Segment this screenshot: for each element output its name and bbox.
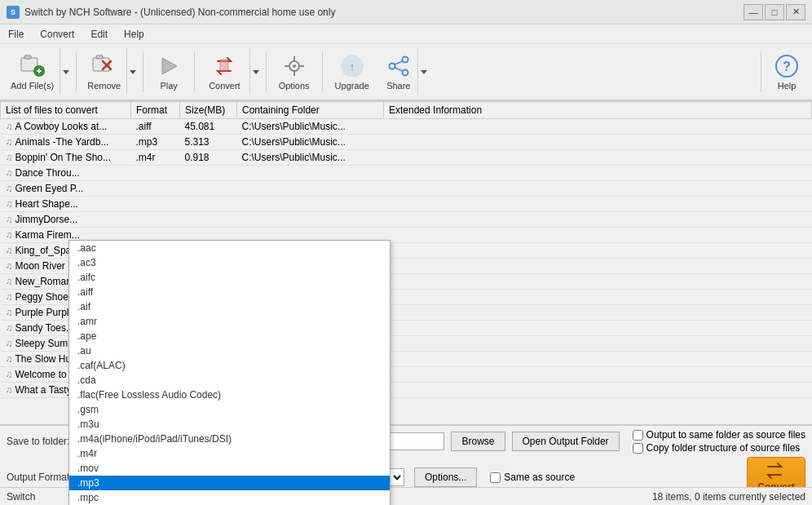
dropdown-item[interactable]: .au bbox=[69, 343, 390, 358]
dropdown-item[interactable]: .m4r bbox=[69, 446, 390, 461]
svg-text:?: ? bbox=[783, 60, 791, 73]
svg-rect-6 bbox=[96, 55, 103, 59]
file-ext-cell bbox=[384, 181, 812, 197]
help-button[interactable]: ? Help bbox=[766, 48, 807, 95]
dropdown-item[interactable]: .m3u bbox=[69, 417, 390, 432]
remove-arrow bbox=[130, 70, 136, 74]
menu-file[interactable]: File bbox=[0, 27, 32, 42]
maximize-button[interactable]: □ bbox=[765, 4, 784, 20]
remove-dropdown[interactable] bbox=[126, 48, 138, 95]
svg-point-20 bbox=[389, 64, 395, 69]
app-name: Switch bbox=[7, 491, 35, 503]
dropdown-item[interactable]: .mov bbox=[69, 461, 390, 476]
same-as-source-checkbox[interactable] bbox=[490, 472, 501, 483]
browse-button[interactable]: Browse bbox=[451, 432, 505, 451]
add-files-button-group: Add File(s) bbox=[5, 48, 71, 95]
file-name-cell: ♫Heart Shape... bbox=[1, 197, 131, 212]
file-ext-cell bbox=[384, 290, 812, 305]
svg-rect-1 bbox=[24, 55, 31, 59]
dropdown-item[interactable]: .aif bbox=[69, 299, 390, 314]
dropdown-item[interactable]: .ape bbox=[69, 329, 390, 343]
file-name-cell: ♫Boppin' On The Sho... bbox=[1, 150, 131, 166]
file-ext-cell bbox=[384, 336, 812, 352]
dropdown-item[interactable]: .mpc bbox=[69, 490, 390, 505]
table-row[interactable]: ♫JimmyDorse... bbox=[1, 212, 812, 228]
dropdown-item[interactable]: .flac(Free Lossless Audio Codec) bbox=[69, 388, 390, 402]
table-row[interactable]: ♫Animals -The Yardb....mp35.313C:\Users\… bbox=[1, 135, 812, 150]
add-files-dropdown[interactable] bbox=[60, 48, 71, 95]
file-folder-cell bbox=[237, 197, 384, 212]
table-row[interactable]: ♫Boppin' On The Sho....m4r0.918C:\Users\… bbox=[1, 150, 812, 166]
options-button[interactable]: Options bbox=[271, 48, 317, 95]
file-ext-cell bbox=[384, 228, 812, 243]
file-format-cell bbox=[131, 197, 180, 212]
svg-point-21 bbox=[402, 70, 408, 76]
file-size-cell bbox=[180, 212, 237, 228]
col-header-ext: Extended Information bbox=[384, 102, 812, 119]
dropdown-item[interactable]: .caf(ALAC) bbox=[69, 358, 390, 373]
file-ext-cell bbox=[384, 166, 812, 181]
dropdown-item[interactable]: .amr bbox=[69, 314, 390, 329]
dropdown-item[interactable]: .ac3 bbox=[69, 255, 390, 270]
menu-help[interactable]: Help bbox=[116, 27, 152, 42]
sep-3 bbox=[194, 51, 195, 92]
copy-folder-structure-checkbox[interactable] bbox=[633, 443, 643, 454]
convert-toolbar-button[interactable]: Convert bbox=[200, 48, 249, 95]
remove-button[interactable]: Remove bbox=[82, 48, 126, 95]
copy-folder-structure-label: Copy folder structure of source files bbox=[647, 442, 801, 454]
col-header-folder: Containing Folder bbox=[237, 102, 384, 119]
menu-bar: File Convert Edit Help bbox=[0, 24, 812, 44]
dropdown-item[interactable]: .mp3 bbox=[69, 476, 390, 490]
minimize-button[interactable]: — bbox=[744, 4, 763, 20]
dropdown-item[interactable]: .aiff bbox=[69, 285, 390, 299]
upgrade-button[interactable]: ↑ Upgrade bbox=[328, 48, 377, 95]
play-icon bbox=[156, 53, 182, 79]
share-button[interactable]: Share bbox=[380, 48, 417, 95]
col-header-format: Format bbox=[131, 102, 180, 119]
sep-2 bbox=[143, 51, 143, 92]
close-button[interactable]: ✕ bbox=[786, 4, 805, 20]
sep-6 bbox=[761, 51, 761, 92]
add-files-button[interactable]: Add File(s) bbox=[5, 48, 60, 95]
file-name-cell: ♫JimmyDorse... bbox=[1, 212, 131, 228]
output-same-folder-checkbox[interactable] bbox=[633, 430, 643, 441]
file-ext-cell bbox=[384, 197, 812, 212]
table-row[interactable]: ♫Green Eyed P... bbox=[1, 181, 812, 197]
dropdown-item[interactable]: .aifc bbox=[69, 270, 390, 285]
add-files-arrow bbox=[63, 70, 69, 74]
menu-edit[interactable]: Edit bbox=[82, 27, 116, 42]
convert-toolbar-label: Convert bbox=[209, 81, 241, 91]
file-ext-cell bbox=[384, 367, 812, 383]
file-ext-cell bbox=[384, 352, 812, 367]
dropdown-item[interactable]: .cda bbox=[69, 373, 390, 388]
format-dropdown: .aac.ac3.aifc.aiff.aif.amr.ape.au.caf(AL… bbox=[68, 240, 391, 505]
play-button[interactable]: Play bbox=[148, 48, 189, 95]
app-icon: S bbox=[7, 6, 20, 19]
file-folder-cell: C:\Users\Public\Music... bbox=[237, 135, 384, 150]
file-ext-cell bbox=[384, 305, 812, 321]
share-icon bbox=[386, 53, 412, 79]
file-folder-cell: C:\Users\Public\Music... bbox=[237, 150, 384, 166]
dropdown-item[interactable]: .m4a(iPhone/iPod/iPad/iTunes/DSI) bbox=[69, 432, 390, 446]
file-format-cell: .m4r bbox=[131, 150, 180, 166]
svg-rect-10 bbox=[220, 60, 228, 71]
table-row[interactable]: ♫Dance Throu... bbox=[1, 166, 812, 181]
table-row[interactable]: ♫A Cowboy Looks at....aiff45.081C:\Users… bbox=[1, 119, 812, 135]
menu-convert[interactable]: Convert bbox=[32, 27, 82, 42]
options-icon bbox=[281, 53, 307, 79]
format-options-button[interactable]: Options... bbox=[414, 467, 477, 487]
file-format-cell bbox=[131, 166, 180, 181]
file-size-cell bbox=[180, 181, 237, 197]
dropdown-item[interactable]: .gsm bbox=[69, 402, 390, 417]
dropdown-item[interactable]: .aac bbox=[69, 241, 390, 255]
upgrade-icon: ↑ bbox=[339, 53, 365, 79]
title-bar-controls: — □ ✕ bbox=[744, 4, 805, 20]
table-row[interactable]: ♫Heart Shape... bbox=[1, 197, 812, 212]
file-format-cell: .mp3 bbox=[131, 135, 180, 150]
title-bar: S Switch by NCH Software - (Unlicensed) … bbox=[0, 0, 812, 24]
convert-dropdown[interactable] bbox=[249, 48, 261, 95]
share-dropdown[interactable] bbox=[417, 48, 429, 95]
file-name-cell: ♫A Cowboy Looks at... bbox=[1, 119, 131, 135]
convert-arrow bbox=[253, 70, 259, 74]
open-output-folder-button[interactable]: Open Output Folder bbox=[512, 432, 620, 451]
